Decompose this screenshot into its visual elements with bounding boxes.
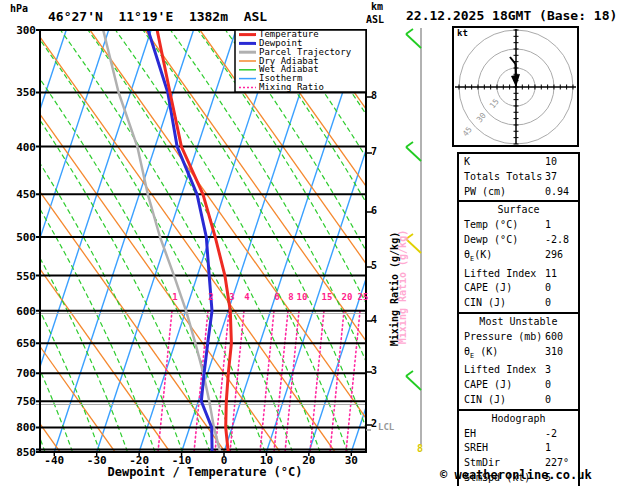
table-row-label: θE (K) (464, 346, 498, 357)
temperature-axis-label: Dewpoint / Temperature (°C) (40, 466, 370, 478)
temperature-tick-label: 10 (246, 455, 286, 466)
table-row: SREH1 (459, 441, 578, 456)
table-row: θE(K)296 (459, 248, 578, 267)
pressure-tick-label: 700 (6, 368, 36, 379)
km-tick-label: 2 (371, 419, 377, 429)
table-row-label: Dewp (°C) (464, 234, 518, 245)
credit-watermark: © weatheronline.co.uk (440, 469, 592, 481)
km-tick-label: 7 (371, 147, 377, 157)
mixing-ratio-value-label: 4 (235, 293, 259, 302)
table-row-value: 0 (545, 281, 551, 296)
temperature-tick-label: -30 (77, 455, 117, 466)
pressure-tick-label: 500 (6, 232, 36, 243)
table-row-label: Lifted Index (464, 268, 536, 279)
table-row: PW (cm)0.94 (459, 185, 578, 200)
table-row-value: 3 (545, 363, 551, 378)
temperature-tick-label: 30 (331, 455, 371, 466)
table-row-label: EH (464, 428, 476, 439)
table-row: Pressure (mb)600 (459, 330, 578, 345)
mixing-ratio-value-label: 10 (290, 293, 314, 302)
table-row: CIN (J)0 (459, 296, 578, 311)
mixing-ratio-value-label: 1 (163, 293, 187, 302)
table-section-header: Most Unstable (459, 315, 578, 330)
pressure-tick-label: 350 (6, 87, 36, 98)
pressure-tick-label: 300 (6, 25, 36, 36)
temperature-tick-label: 0 (204, 455, 244, 466)
legend-item-label: Mixing Ratio (259, 83, 324, 92)
table-row: K10 (459, 155, 578, 170)
table-row-label: CAPE (J) (464, 379, 512, 390)
pressure-tick-label: 850 (6, 447, 36, 458)
mixing-ratio-value-label: 25 (351, 293, 375, 302)
pressure-tick-label: 600 (6, 306, 36, 317)
skewt-sounding-chart: hPa 46°27'N 11°19'E 1382m ASL km ASL 22.… (0, 0, 629, 486)
lcl-marker-label: LCL (378, 423, 394, 432)
temperature-tick-label: 20 (289, 455, 329, 466)
table-row-value: 1 (545, 441, 551, 456)
table-row: Dewp (°C)-2.8 (459, 233, 578, 248)
table-row: Lifted Index11 (459, 267, 578, 282)
table-row-label: Totals Totals (464, 171, 542, 182)
table-row-value: 296 (545, 248, 563, 263)
pressure-tick-label: 550 (6, 271, 36, 282)
temperature-tick-label: -40 (34, 455, 74, 466)
table-row: CAPE (J)0 (459, 378, 578, 393)
table-row-value: -2 (545, 427, 557, 442)
temperature-tick-label: -10 (162, 455, 202, 466)
table-row-value: 11 (545, 267, 557, 282)
table-row-value: 0 (545, 296, 551, 311)
table-row: EH-2 (459, 427, 578, 442)
table-row: Temp (°C)1 (459, 218, 578, 233)
table-section-header: Hodograph (459, 412, 578, 427)
table-row: θE (K)310 (459, 345, 578, 364)
altitude-unit-asl: ASL (366, 15, 384, 25)
table-row: CIN (J)0 (459, 393, 578, 408)
km-tick-label: 3 (371, 366, 377, 376)
valid-datetime: 22.12.2025 18GMT (Base: 18) (406, 9, 617, 22)
table-row-label: CIN (J) (464, 394, 506, 405)
pressure-tick-label: 650 (6, 338, 36, 349)
pressure-tick-label: 750 (6, 396, 36, 407)
table-row-value: 37 (545, 170, 557, 185)
table-row: CAPE (J)0 (459, 281, 578, 296)
table-row-value: 0.94 (545, 185, 569, 200)
table-row-label: PW (cm) (464, 186, 506, 197)
surface-wind-speed: 8 (417, 444, 423, 454)
km-tick-label: 8 (371, 91, 377, 101)
km-tick-label: 6 (371, 206, 377, 216)
station-title: 46°27'N 11°19'E 1382m ASL (48, 10, 267, 23)
table-section-header: Surface (459, 203, 578, 218)
table-row-value: 0 (545, 393, 551, 408)
table-row-label: StmDir (464, 457, 500, 468)
table-row-label: Temp (°C) (464, 219, 518, 230)
pressure-tick-label: 800 (6, 422, 36, 433)
pressure-tick-label: 450 (6, 189, 36, 200)
table-row-value: -2.8 (545, 233, 569, 248)
mixing-ratio-axis-label: Mixing Ratio (g/kg) (390, 224, 400, 354)
km-tick-label: 5 (371, 261, 377, 271)
sounding-indices-table: K10Totals Totals37PW (cm)0.94SurfaceTemp… (457, 152, 580, 486)
table-row-label: K (464, 156, 470, 167)
pressure-tick-label: 400 (6, 142, 36, 153)
table-row-label: θE(K) (464, 249, 492, 260)
table-section: SurfaceTemp (°C)1Dewp (°C)-2.8θE(K)296Li… (459, 200, 578, 312)
pressure-unit-label: hPa (10, 4, 28, 14)
table-row: Lifted Index3 (459, 363, 578, 378)
temperature-tick-label: -20 (119, 455, 159, 466)
altitude-unit-km: km (371, 2, 383, 12)
km-tick-label: 4 (371, 315, 377, 325)
table-row-label: CAPE (J) (464, 282, 512, 293)
table-row-value: 310 (545, 345, 563, 360)
table-row-label: CIN (J) (464, 297, 506, 308)
table-section: Most UnstablePressure (mb)600θE (K)310Li… (459, 312, 578, 409)
table-row-label: SREH (464, 442, 488, 453)
table-row: Totals Totals37 (459, 170, 578, 185)
table-row-value: 10 (545, 155, 557, 170)
hodograph-unit-label: kt (457, 29, 468, 38)
table-row-label: Lifted Index (464, 364, 536, 375)
table-row-label: Pressure (mb) (464, 331, 542, 342)
table-row-value: 1 (545, 218, 551, 233)
table-section: K10Totals Totals37PW (cm)0.94 (459, 154, 578, 200)
table-row-value: 600 (545, 330, 563, 345)
table-row-value: 0 (545, 378, 551, 393)
